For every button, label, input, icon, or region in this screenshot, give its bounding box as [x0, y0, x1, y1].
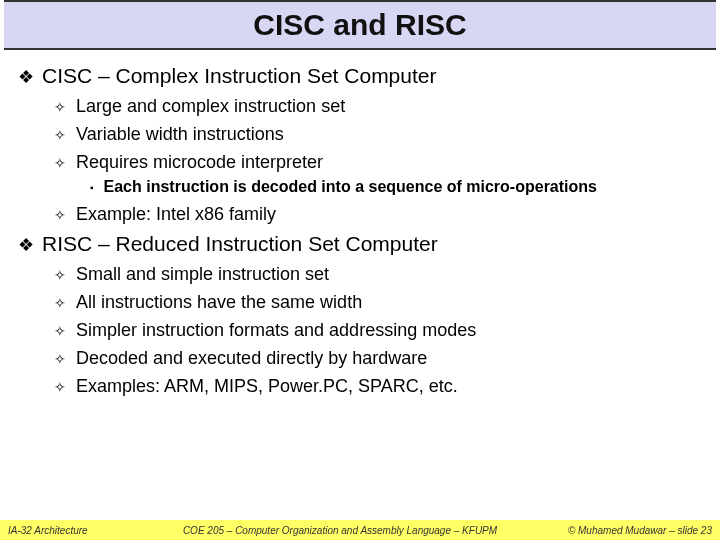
bullet-text: All instructions have the same width	[76, 292, 362, 313]
bullet-text: Small and simple instruction set	[76, 264, 329, 285]
bullet-text: Example: Intel x86 family	[76, 204, 276, 225]
bullet-icon: ✧	[54, 264, 66, 286]
bullet-icon: ▪	[90, 178, 94, 198]
footer-right: © Muhamed Mudawar – slide 23	[542, 525, 712, 536]
bullet-text: Simpler instruction formats and addressi…	[76, 320, 476, 341]
footer-bar: IA-32 Architecture COE 205 – Computer Or…	[0, 520, 720, 540]
bullet-icon: ✧	[54, 124, 66, 146]
bullet-lvl2: ✧Example: Intel x86 family	[54, 204, 702, 226]
bullet-lvl1: ❖RISC – Reduced Instruction Set Computer	[18, 232, 702, 258]
footer-left: IA-32 Architecture	[8, 525, 138, 536]
bullet-icon: ✧	[54, 204, 66, 226]
bullet-lvl1: ❖CISC – Complex Instruction Set Computer	[18, 64, 702, 90]
bullet-icon: ✧	[54, 96, 66, 118]
slide: CISC and RISC ❖CISC – Complex Instructio…	[0, 0, 720, 540]
bullet-text: Examples: ARM, MIPS, Power.PC, SPARC, et…	[76, 376, 458, 397]
bullet-icon: ✧	[54, 348, 66, 370]
bullet-icon: ❖	[18, 232, 34, 258]
bullet-lvl2: ✧Variable width instructions	[54, 124, 702, 146]
bullet-text: Requires microcode interpreter	[76, 152, 323, 173]
bullet-icon: ✧	[54, 320, 66, 342]
bullet-icon: ❖	[18, 64, 34, 90]
title-band: CISC and RISC	[4, 0, 716, 50]
bullet-icon: ✧	[54, 292, 66, 314]
bullet-lvl2: ✧All instructions have the same width	[54, 292, 702, 314]
bullet-text: Decoded and executed directly by hardwar…	[76, 348, 427, 369]
bullet-text: Each instruction is decoded into a seque…	[104, 178, 597, 196]
bullet-icon: ✧	[54, 152, 66, 174]
bullet-lvl2: ✧Large and complex instruction set	[54, 96, 702, 118]
bullet-lvl2: ✧Examples: ARM, MIPS, Power.PC, SPARC, e…	[54, 376, 702, 398]
bullet-text: CISC – Complex Instruction Set Computer	[42, 64, 437, 88]
bullet-lvl2: ✧Small and simple instruction set	[54, 264, 702, 286]
bullet-lvl2: ✧Requires microcode interpreter	[54, 152, 702, 174]
slide-content: ❖CISC – Complex Instruction Set Computer…	[0, 50, 720, 540]
bullet-lvl2: ✧Simpler instruction formats and address…	[54, 320, 702, 342]
bullet-lvl2: ✧Decoded and executed directly by hardwa…	[54, 348, 702, 370]
bullet-icon: ✧	[54, 376, 66, 398]
footer-center: COE 205 – Computer Organization and Asse…	[138, 525, 542, 536]
bullet-text: Large and complex instruction set	[76, 96, 345, 117]
bullet-lvl3: ▪Each instruction is decoded into a sequ…	[90, 178, 702, 198]
bullet-text: RISC – Reduced Instruction Set Computer	[42, 232, 438, 256]
slide-title: CISC and RISC	[4, 8, 716, 42]
bullet-text: Variable width instructions	[76, 124, 284, 145]
